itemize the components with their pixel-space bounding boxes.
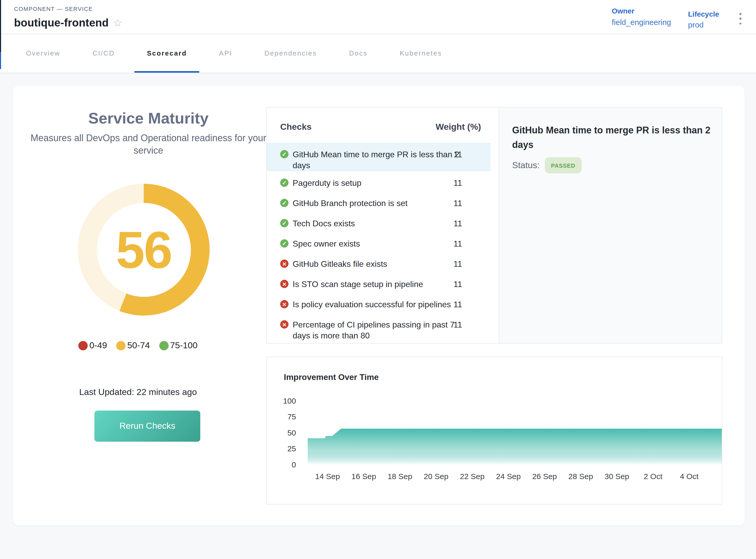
status-badge: PASSED <box>545 157 582 173</box>
tab-docs[interactable]: Docs <box>337 35 380 73</box>
legend-label: 50-74 <box>128 340 150 351</box>
svg-text:2 Oct: 2 Oct <box>644 472 662 480</box>
check-detail-panel: GitHub Mean time to merge PR is less tha… <box>499 108 722 343</box>
check-weight: 11 <box>454 198 462 209</box>
checks-table-header: Checks Weight (%) <box>267 108 499 132</box>
check-label: Is policy evaluation successful for pipe… <box>293 299 460 310</box>
score-gauge-hole: 56 <box>97 203 191 297</box>
legend-label: 75-100 <box>170 340 198 351</box>
svg-text:100: 100 <box>283 397 296 405</box>
scorecard-tab-content: Service Maturity Measures all DevOps and… <box>0 73 756 559</box>
lifecycle-block: Lifecycle prod <box>688 10 719 29</box>
rerun-checks-button[interactable]: Rerun Checks <box>94 410 200 442</box>
check-label: Tech Docs exists <box>293 218 460 229</box>
last-updated-text: Last Updated: 22 minutes ago <box>13 387 263 398</box>
svg-text:4 Oct: 4 Oct <box>680 472 698 480</box>
check-label: GitHub Branch protection is set <box>293 198 460 209</box>
check-row[interactable]: ✓Tech Docs exists11 <box>267 212 490 232</box>
check-row[interactable]: ×Is policy evaluation successful for pip… <box>267 293 490 313</box>
legend-dot <box>78 341 88 350</box>
lifecycle-link[interactable]: prod <box>688 20 719 29</box>
check-weight: 11 <box>454 259 462 269</box>
check-label: Percentage of CI pipelines passing in pa… <box>293 319 460 341</box>
check-passed-icon: ✓ <box>280 179 289 187</box>
check-row[interactable]: ×GitHub Gitleaks file exists11 <box>267 252 490 272</box>
favorite-star-icon[interactable]: ☆ <box>113 18 122 28</box>
score-legend: 0-4950-7475-100 <box>13 340 263 351</box>
checks-column-header: Checks <box>280 122 436 132</box>
check-weight: 11 <box>454 149 462 160</box>
tab-api[interactable]: API <box>207 35 245 73</box>
check-failed-icon: × <box>280 260 289 268</box>
check-label: Pagerduty is setup <box>293 178 460 188</box>
checks-panel: Checks Weight (%) ✓GitHub Mean time to m… <box>266 107 722 343</box>
check-failed-icon: × <box>280 320 289 329</box>
svg-text:50: 50 <box>288 428 296 437</box>
check-status-row: Status: PASSED <box>512 157 713 173</box>
legend-dot <box>116 341 126 350</box>
status-label: Status: <box>512 160 540 171</box>
legend-item: 75-100 <box>159 340 198 351</box>
check-row[interactable]: ✓Spec owner exists11 <box>267 232 490 252</box>
owner-block: Owner field_engineering <box>612 7 671 26</box>
scorecard-title: Service Maturity <box>23 110 273 127</box>
svg-text:0: 0 <box>292 461 296 469</box>
svg-text:16 Sep: 16 Sep <box>351 472 376 480</box>
page-title: boutique-frontend <box>14 17 109 29</box>
check-passed-icon: ✓ <box>280 199 289 207</box>
page-header: COMPONENT — SERVICE boutique-frontend ☆ … <box>0 0 756 34</box>
check-weight: 11 <box>454 279 462 290</box>
maturity-summary: Service Maturity Measures all DevOps and… <box>23 86 273 157</box>
owner-link[interactable]: field_engineering <box>612 18 671 26</box>
checks-list: Checks Weight (%) ✓GitHub Mean time to m… <box>267 108 499 343</box>
collapsed-sidenav <box>0 0 1 52</box>
check-passed-icon: ✓ <box>280 150 289 158</box>
check-row[interactable]: ×Percentage of CI pipelines passing in p… <box>267 313 490 341</box>
score-value: 56 <box>116 224 171 275</box>
check-label: Is STO scan stage setup in pipeline <box>293 279 460 290</box>
scorecard-subtitle: Measures all DevOps and Operational read… <box>26 132 270 157</box>
check-row[interactable]: ✓GitHub Mean time to merge PR is less th… <box>267 143 490 171</box>
tab-dependencies[interactable]: Dependencies <box>252 35 329 73</box>
legend-label: 0-49 <box>90 340 107 351</box>
breadcrumb: COMPONENT — SERVICE <box>14 6 93 12</box>
tab-bar: OverviewCI/CDScorecardAPIDependenciesDoc… <box>0 35 756 73</box>
lifecycle-label: Lifecycle <box>688 10 719 18</box>
check-failed-icon: × <box>280 280 289 288</box>
collapsed-sidenav-active-section <box>0 52 1 69</box>
check-weight: 11 <box>454 319 462 330</box>
owner-label: Owner <box>612 7 671 15</box>
legend-item: 0-49 <box>78 340 107 351</box>
scorecard-card: Service Maturity Measures all DevOps and… <box>13 86 744 525</box>
tab-ci-cd[interactable]: CI/CD <box>80 35 127 73</box>
check-label: Spec owner exists <box>293 238 460 249</box>
kebab-menu-icon[interactable] <box>736 13 744 24</box>
check-passed-icon: ✓ <box>280 239 289 248</box>
legend-dot <box>159 341 169 350</box>
tab-overview[interactable]: Overview <box>14 35 73 73</box>
svg-text:22 Sep: 22 Sep <box>460 472 485 480</box>
check-failed-icon: × <box>280 300 289 308</box>
score-gauge: 56 <box>78 184 210 316</box>
check-detail-title: GitHub Mean time to merge PR is less tha… <box>512 123 713 152</box>
svg-text:20 Sep: 20 Sep <box>423 472 448 480</box>
check-label: GitHub Mean time to merge PR is less tha… <box>293 149 460 171</box>
check-row[interactable]: ×Is STO scan stage setup in pipeline11 <box>267 272 490 293</box>
check-row[interactable]: ✓GitHub Branch protection is set11 <box>267 192 490 212</box>
svg-text:26 Sep: 26 Sep <box>532 472 557 480</box>
check-weight: 11 <box>454 299 462 310</box>
svg-text:30 Sep: 30 Sep <box>604 472 629 480</box>
improvement-chart-panel: Improvement Over Time 100755025014 Sep16… <box>266 357 722 505</box>
tab-scorecard[interactable]: Scorecard <box>134 35 199 73</box>
svg-text:75: 75 <box>288 412 296 421</box>
check-label: GitHub Gitleaks file exists <box>293 259 460 269</box>
weight-column-header: Weight (%) <box>436 122 481 132</box>
check-weight: 11 <box>454 238 462 249</box>
check-weight: 11 <box>454 178 462 188</box>
tab-kubernetes[interactable]: Kubernetes <box>387 35 455 73</box>
svg-text:18 Sep: 18 Sep <box>388 472 412 480</box>
check-row[interactable]: ✓Pagerduty is setup11 <box>267 171 490 192</box>
improvement-area-chart: 100755025014 Sep16 Sep18 Sep20 Sep22 Sep… <box>267 357 722 504</box>
legend-item: 50-74 <box>116 340 150 351</box>
svg-text:14 Sep: 14 Sep <box>315 472 340 480</box>
